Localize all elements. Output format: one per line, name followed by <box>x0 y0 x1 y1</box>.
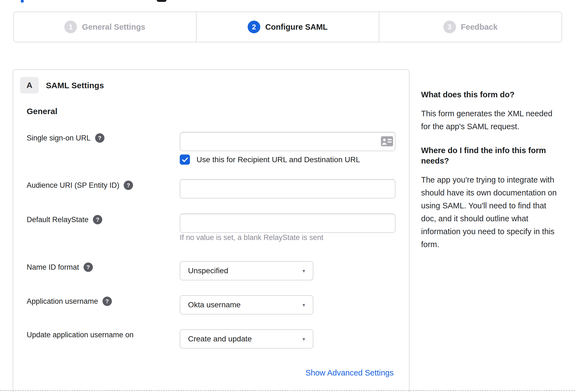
section-divider-dashed <box>0 390 575 391</box>
sso-url-input[interactable] <box>180 132 396 151</box>
dropdown-arrow-icon: ▾ <box>302 268 305 274</box>
sidebar-heading-1: What does this form do? <box>421 89 565 100</box>
step-number-badge: 2 <box>248 21 260 33</box>
sso-url-label: Single sign-on URL ? <box>27 133 104 143</box>
sso-url-help-icon[interactable]: ? <box>95 133 104 143</box>
sso-url-label-text: Single sign-on URL <box>27 134 91 142</box>
cut-off-logo-fragment <box>21 0 24 2</box>
relay-state-help-icon[interactable]: ? <box>93 215 102 224</box>
recipient-url-checkbox-label: Use this for Recipient URL and Destinati… <box>197 155 360 164</box>
relay-state-hint: If no value is set, a blank RelayState i… <box>180 233 323 242</box>
recipient-url-checkbox-row: Use this for Recipient URL and Destinati… <box>180 154 360 165</box>
name-id-format-label-text: Name ID format <box>27 263 79 272</box>
step-label: Configure SAML <box>265 23 328 32</box>
page: 1 General Settings 2 Configure SAML 3 Fe… <box>0 0 575 392</box>
update-username-value: Create and update <box>188 335 252 343</box>
sidebar-paragraph-1: This form generates the XML needed for t… <box>421 107 565 133</box>
contact-card-icon <box>381 136 393 147</box>
app-username-label: Application username ? <box>27 297 112 306</box>
help-sidebar: What does this form do? This form genera… <box>421 89 565 263</box>
relay-state-label-text: Default RelayState <box>27 216 89 224</box>
name-id-format-label: Name ID format ? <box>27 263 93 272</box>
app-username-value: Okta username <box>188 300 240 309</box>
app-username-help-icon[interactable]: ? <box>103 297 112 306</box>
step-feedback[interactable]: 3 Feedback <box>379 12 562 42</box>
name-id-format-select[interactable]: Unspecified ▾ <box>180 261 313 280</box>
sidebar-paragraph-2: The app you're trying to integrate with … <box>421 173 565 251</box>
step-label: Feedback <box>461 23 498 32</box>
update-username-label: Update application username on <box>27 331 134 339</box>
step-label: General Settings <box>82 23 145 32</box>
step-number-badge: 3 <box>443 21 456 33</box>
app-username-select[interactable]: Okta username ▾ <box>180 295 313 314</box>
app-username-label-text: Application username <box>27 297 98 306</box>
step-configure-saml[interactable]: 2 Configure SAML <box>196 12 379 42</box>
cut-off-header-element-fragment <box>157 0 167 2</box>
audience-uri-label: Audience URI (SP Entity ID) ? <box>27 181 133 190</box>
relay-state-input[interactable] <box>180 214 396 233</box>
section-a-badge: A <box>20 77 39 93</box>
card-title: SAML Settings <box>46 81 104 90</box>
step-number-badge: 1 <box>64 21 77 33</box>
audience-uri-help-icon[interactable]: ? <box>124 181 133 190</box>
update-username-label-text: Update application username on <box>27 331 134 339</box>
dropdown-arrow-icon: ▾ <box>302 336 305 342</box>
general-section-heading: General <box>27 107 57 116</box>
audience-uri-input[interactable] <box>180 179 396 198</box>
name-id-format-value: Unspecified <box>188 266 228 275</box>
name-id-format-help-icon[interactable]: ? <box>84 263 93 272</box>
update-username-select[interactable]: Create and update ▾ <box>180 329 313 349</box>
audience-uri-label-text: Audience URI (SP Entity ID) <box>27 181 119 190</box>
wizard-stepper: 1 General Settings 2 Configure SAML 3 Fe… <box>13 12 562 42</box>
saml-settings-card: A SAML Settings General Single sign-on U… <box>13 69 410 392</box>
recipient-url-checkbox[interactable] <box>180 154 190 165</box>
checkmark-icon <box>181 156 189 163</box>
step-general-settings[interactable]: 1 General Settings <box>14 12 196 42</box>
show-advanced-settings-link[interactable]: Show Advanced Settings <box>305 368 394 377</box>
sidebar-heading-2: Where do I find the info this form needs… <box>421 145 565 166</box>
dropdown-arrow-icon: ▾ <box>302 302 305 308</box>
relay-state-label: Default RelayState ? <box>27 215 102 224</box>
